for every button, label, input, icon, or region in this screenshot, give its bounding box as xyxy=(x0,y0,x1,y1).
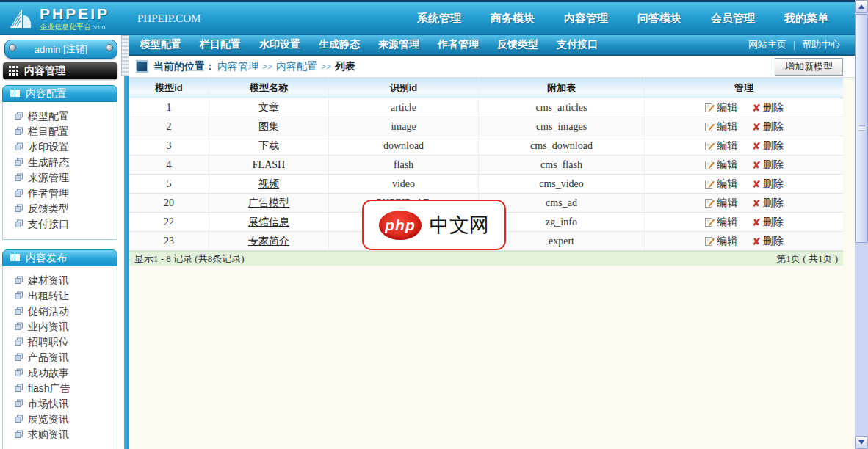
config-tab[interactable]: 来源管理 xyxy=(378,38,419,51)
model-name-link[interactable]: 视频 xyxy=(258,178,279,191)
sidebar-menu-item-label: 栏目配置 xyxy=(28,125,69,139)
scroll-up-button[interactable] xyxy=(855,0,868,13)
scroll-down-button[interactable] xyxy=(855,436,868,449)
sidebar-menu-item[interactable]: 促销活动 xyxy=(15,304,117,319)
watermark: php 中文网 xyxy=(362,200,506,250)
edit-link[interactable]: 编辑 xyxy=(704,120,737,134)
delete-link[interactable]: ✘ 删除 xyxy=(752,139,784,153)
sidebar-menu-item[interactable]: 建材资讯 xyxy=(15,273,117,288)
top-nav-item[interactable]: 我的菜单 xyxy=(784,12,828,26)
tabbar-quick-link[interactable]: 网站主页 xyxy=(748,38,786,51)
config-tab[interactable]: 模型配置 xyxy=(140,38,181,51)
edit-link[interactable]: 编辑 xyxy=(704,216,737,229)
vertical-scrollbar[interactable] xyxy=(855,0,868,449)
config-tab[interactable]: 生成静态 xyxy=(319,38,360,51)
sidebar-menu-item[interactable]: 作者管理 xyxy=(15,186,117,201)
sidebar-menu-item[interactable]: 出租转让 xyxy=(15,288,117,304)
edit-link[interactable]: 编辑 xyxy=(704,235,737,248)
app-logo[interactable]: PHPEIP 企业信息化平台 v1.0 xyxy=(7,6,109,31)
top-nav-item[interactable]: 内容管理 xyxy=(564,12,608,26)
cell-manage: 编辑 ✘ 删除 xyxy=(645,136,843,155)
config-tab[interactable]: 栏目配置 xyxy=(200,38,241,51)
delete-link[interactable]: ✘ 删除 xyxy=(752,216,784,229)
sidebar-section-header[interactable]: 内容发布 xyxy=(2,249,117,266)
top-nav-item[interactable]: 问答模块 xyxy=(637,12,681,26)
delete-link[interactable]: ✘ 删除 xyxy=(752,235,784,248)
edit-link[interactable]: 编辑 xyxy=(704,158,737,172)
top-nav-item[interactable]: 系统管理 xyxy=(417,12,461,26)
sidebar-section: 内容发布 建材资讯 出租转让 促销活动 业内资讯 招聘职位 产品资讯 xyxy=(2,249,117,449)
module-title-bar[interactable]: 内容管理 xyxy=(3,62,117,79)
sidebar-menu-item[interactable]: 成功故事 xyxy=(15,365,117,381)
cell-identifier: image xyxy=(329,117,479,136)
delete-link[interactable]: ✘ 删除 xyxy=(752,158,784,172)
cell-manage: 编辑 ✘ 删除 xyxy=(645,117,843,136)
sidebar-menu-item[interactable]: 反馈类型 xyxy=(15,201,117,216)
sidebar-menu-item[interactable]: 求购资讯 xyxy=(15,427,117,442)
delete-icon: ✘ xyxy=(752,160,761,170)
edit-link[interactable]: 编辑 xyxy=(704,101,737,114)
sidebar-menu-item[interactable]: flash广告 xyxy=(15,381,117,396)
model-name-link[interactable]: 广告模型 xyxy=(248,197,289,210)
scrollbar-thumb[interactable] xyxy=(855,14,868,243)
edit-icon xyxy=(704,160,715,170)
sidebar-menu-item[interactable]: 支付接口 xyxy=(15,216,117,232)
arrow-down-icon xyxy=(858,440,864,445)
config-tab[interactable]: 水印设置 xyxy=(259,38,300,51)
sidebar-menu-item[interactable]: 水印设置 xyxy=(15,139,117,155)
edit-link[interactable]: 编辑 xyxy=(704,178,737,191)
layers-icon xyxy=(15,219,23,230)
sidebar-menu-item[interactable]: 生成静态 xyxy=(15,155,117,170)
sidebar-section-header[interactable]: 内容配置 xyxy=(2,85,117,102)
model-name-link[interactable]: 展馆信息 xyxy=(248,216,289,229)
tabbar-link-separator: | xyxy=(793,40,795,50)
config-tab[interactable]: 反馈类型 xyxy=(497,38,538,51)
sidebar-menu-item-label: 产品资讯 xyxy=(28,351,69,365)
cell-model-id: 5 xyxy=(129,175,209,193)
phpeip-logo-icon xyxy=(7,7,34,30)
breadcrumb-link[interactable]: 内容配置 xyxy=(276,60,317,73)
delete-link[interactable]: ✘ 删除 xyxy=(752,120,784,134)
cell-manage: 编辑 ✘ 删除 xyxy=(645,213,843,231)
table-column-header: 模型id xyxy=(129,78,209,98)
table-row: 1 文章 article cms_articles 编辑 ✘ 删除 xyxy=(129,98,843,117)
cell-model-id: 22 xyxy=(129,213,209,231)
sidebar-menu-item[interactable]: 模型配置 xyxy=(15,109,117,124)
add-model-button[interactable]: 增加新模型 xyxy=(775,58,843,76)
cell-extra-table: cms_flash xyxy=(479,156,645,174)
config-tab[interactable]: 作者管理 xyxy=(438,38,479,51)
sidebar-menu-item[interactable]: 产品资讯 xyxy=(15,350,117,365)
sidebar-menu-item[interactable]: 展览资讯 xyxy=(15,412,117,427)
delete-link[interactable]: ✘ 删除 xyxy=(752,197,784,210)
delete-link[interactable]: ✘ 删除 xyxy=(752,178,784,191)
table-row: 5 视频 video cms_video 编辑 ✘ 删除 xyxy=(129,175,843,194)
layers-icon xyxy=(15,203,23,215)
table-column-header: 识别id xyxy=(329,78,479,98)
sidebar-menu-item[interactable]: 来源管理 xyxy=(15,170,117,186)
sidebar-menu-item[interactable]: 招聘职位 xyxy=(15,335,117,350)
model-name-link[interactable]: 下载 xyxy=(258,139,279,153)
scrollbar-grip-icon xyxy=(859,125,865,131)
model-name-link[interactable]: 文章 xyxy=(258,101,279,114)
edit-link[interactable]: 编辑 xyxy=(704,139,737,153)
top-nav-item[interactable]: 会员管理 xyxy=(711,12,755,26)
edit-label: 编辑 xyxy=(717,178,737,191)
sidebar-menu-item[interactable]: 市场快讯 xyxy=(15,396,117,412)
logout-link[interactable]: [注销] xyxy=(63,43,87,56)
sidebar-menu-item[interactable]: 业内资讯 xyxy=(15,319,117,335)
delete-link[interactable]: ✘ 删除 xyxy=(752,101,784,114)
top-nav-item[interactable]: 商务模块 xyxy=(491,12,535,26)
cell-manage: 编辑 ✘ 删除 xyxy=(645,98,843,117)
sidebar-menu-item-label: 招聘职位 xyxy=(28,336,69,349)
delete-label: 删除 xyxy=(763,139,784,153)
config-tab[interactable]: 支付接口 xyxy=(557,38,598,51)
logo-text: PHPEIP 企业信息化平台 v1.0 xyxy=(40,6,109,31)
sidebar-menu-item[interactable]: 栏目配置 xyxy=(15,124,117,139)
model-name-link[interactable]: FLASH xyxy=(253,159,285,171)
model-name-link[interactable]: 图集 xyxy=(258,120,279,134)
edit-link[interactable]: 编辑 xyxy=(704,197,737,210)
breadcrumb-link[interactable]: 内容管理 xyxy=(217,60,258,73)
model-name-link[interactable]: 专家简介 xyxy=(248,235,289,248)
tabbar-quick-link[interactable]: 帮助中心 xyxy=(802,38,840,51)
sidebar-splitter-handle[interactable] xyxy=(121,35,129,76)
